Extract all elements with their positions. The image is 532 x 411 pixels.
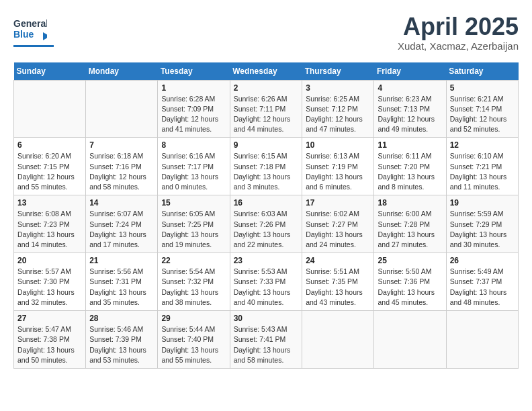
svg-marker-2: [43, 32, 47, 40]
day-number: 10: [306, 140, 370, 150]
day-cell-3-7: 19 Sunrise: 5:59 AMSunset: 7:29 PMDaylig…: [446, 195, 518, 253]
page-header: General Blue April 2025 Xudat, Xacmaz, A…: [13, 13, 519, 52]
month-title: April 2025: [398, 13, 519, 40]
day-cell-2-6: 11 Sunrise: 6:11 AMSunset: 7:20 PMDaylig…: [374, 138, 446, 195]
day-cell-3-1: 13 Sunrise: 6:08 AMSunset: 7:23 PMDaylig…: [14, 195, 86, 253]
day-cell-2-1: 6 Sunrise: 6:20 AMSunset: 7:15 PMDayligh…: [14, 138, 86, 195]
header-tuesday: Tuesday: [158, 62, 230, 81]
day-info: Sunrise: 5:44 AMSunset: 7:40 PMDaylight:…: [161, 324, 226, 365]
day-info: Sunrise: 6:08 AMSunset: 7:23 PMDaylight:…: [17, 209, 82, 250]
day-number: 13: [17, 198, 82, 208]
day-number: 14: [89, 198, 154, 208]
day-cell-1-1: [14, 80, 86, 138]
day-cell-3-2: 14 Sunrise: 6:07 AMSunset: 7:24 PMDaylig…: [86, 195, 158, 253]
day-number: 2: [234, 83, 299, 93]
day-info: Sunrise: 6:20 AMSunset: 7:15 PMDaylight:…: [17, 151, 82, 192]
day-number: 5: [450, 83, 515, 93]
svg-text:General: General: [13, 18, 47, 29]
day-number: 17: [306, 198, 370, 208]
day-info: Sunrise: 6:16 AMSunset: 7:17 PMDaylight:…: [161, 151, 226, 192]
day-cell-5-3: 29 Sunrise: 5:44 AMSunset: 7:40 PMDaylig…: [158, 311, 230, 369]
day-cell-1-5: 3 Sunrise: 6:25 AMSunset: 7:12 PMDayligh…: [302, 80, 374, 138]
day-cell-3-3: 15 Sunrise: 6:05 AMSunset: 7:25 PMDaylig…: [158, 195, 230, 253]
day-number: 18: [378, 198, 442, 208]
day-info: Sunrise: 6:02 AMSunset: 7:27 PMDaylight:…: [306, 209, 370, 250]
day-number: 23: [234, 256, 299, 265]
day-number: 6: [17, 140, 82, 150]
day-info: Sunrise: 5:57 AMSunset: 7:30 PMDaylight:…: [17, 267, 82, 308]
day-cell-4-6: 25 Sunrise: 5:50 AMSunset: 7:36 PMDaylig…: [374, 253, 446, 311]
day-number: 22: [161, 256, 226, 265]
day-number: 1: [161, 83, 226, 93]
week-row-1: 1 Sunrise: 6:28 AMSunset: 7:09 PMDayligh…: [14, 80, 519, 138]
day-cell-3-5: 17 Sunrise: 6:02 AMSunset: 7:27 PMDaylig…: [302, 195, 374, 253]
day-info: Sunrise: 6:11 AMSunset: 7:20 PMDaylight:…: [378, 151, 442, 192]
day-cell-5-1: 27 Sunrise: 5:47 AMSunset: 7:38 PMDaylig…: [14, 311, 86, 369]
day-info: Sunrise: 6:10 AMSunset: 7:21 PMDaylight:…: [450, 151, 515, 192]
day-cell-2-4: 9 Sunrise: 6:15 AMSunset: 7:18 PMDayligh…: [230, 138, 302, 195]
day-cell-1-3: 1 Sunrise: 6:28 AMSunset: 7:09 PMDayligh…: [158, 80, 230, 138]
day-cell-1-7: 5 Sunrise: 6:21 AMSunset: 7:14 PMDayligh…: [446, 80, 518, 138]
header-saturday: Saturday: [446, 62, 518, 81]
day-info: Sunrise: 6:26 AMSunset: 7:11 PMDaylight:…: [234, 94, 299, 135]
day-info: Sunrise: 6:05 AMSunset: 7:25 PMDaylight:…: [161, 209, 226, 250]
day-number: 26: [450, 256, 515, 265]
location-subtitle: Xudat, Xacmaz, Azerbaijan: [398, 40, 519, 52]
day-cell-5-5: [302, 311, 374, 369]
day-cell-2-7: 12 Sunrise: 6:10 AMSunset: 7:21 PMDaylig…: [446, 138, 518, 195]
day-number: 9: [234, 140, 299, 150]
day-info: Sunrise: 6:25 AMSunset: 7:12 PMDaylight:…: [306, 94, 370, 135]
day-cell-5-6: [374, 311, 446, 369]
week-row-5: 27 Sunrise: 5:47 AMSunset: 7:38 PMDaylig…: [14, 311, 519, 369]
header-wednesday: Wednesday: [230, 62, 302, 81]
day-info: Sunrise: 5:49 AMSunset: 7:37 PMDaylight:…: [450, 267, 515, 308]
calendar-table: Sunday Monday Tuesday Wednesday Thursday…: [13, 62, 519, 369]
day-info: Sunrise: 6:28 AMSunset: 7:09 PMDaylight:…: [161, 94, 226, 135]
title-block: April 2025 Xudat, Xacmaz, Azerbaijan: [398, 13, 519, 52]
day-cell-2-2: 7 Sunrise: 6:18 AMSunset: 7:16 PMDayligh…: [86, 138, 158, 195]
day-info: Sunrise: 5:43 AMSunset: 7:41 PMDaylight:…: [234, 324, 299, 365]
svg-text:Blue: Blue: [13, 29, 34, 40]
week-row-3: 13 Sunrise: 6:08 AMSunset: 7:23 PMDaylig…: [14, 195, 519, 253]
day-info: Sunrise: 5:50 AMSunset: 7:36 PMDaylight:…: [378, 267, 442, 308]
day-cell-4-1: 20 Sunrise: 5:57 AMSunset: 7:30 PMDaylig…: [14, 253, 86, 311]
day-cell-4-7: 26 Sunrise: 5:49 AMSunset: 7:37 PMDaylig…: [446, 253, 518, 311]
day-number: 15: [161, 198, 226, 208]
day-info: Sunrise: 5:47 AMSunset: 7:38 PMDaylight:…: [17, 324, 82, 365]
day-cell-4-5: 24 Sunrise: 5:51 AMSunset: 7:35 PMDaylig…: [302, 253, 374, 311]
day-info: Sunrise: 5:54 AMSunset: 7:32 PMDaylight:…: [161, 267, 226, 308]
day-number: 19: [450, 198, 515, 208]
day-number: 3: [306, 83, 370, 93]
day-cell-1-2: [86, 80, 158, 138]
day-cell-5-2: 28 Sunrise: 5:46 AMSunset: 7:39 PMDaylig…: [86, 311, 158, 369]
day-number: 16: [234, 198, 299, 208]
day-info: Sunrise: 5:51 AMSunset: 7:35 PMDaylight:…: [306, 267, 370, 308]
day-cell-1-4: 2 Sunrise: 6:26 AMSunset: 7:11 PMDayligh…: [230, 80, 302, 138]
header-friday: Friday: [374, 62, 446, 81]
day-number: 11: [378, 140, 442, 150]
day-info: Sunrise: 5:59 AMSunset: 7:29 PMDaylight:…: [450, 209, 515, 250]
day-info: Sunrise: 5:56 AMSunset: 7:31 PMDaylight:…: [89, 267, 154, 308]
header-monday: Monday: [86, 62, 158, 81]
day-cell-1-6: 4 Sunrise: 6:23 AMSunset: 7:13 PMDayligh…: [374, 80, 446, 138]
day-info: Sunrise: 6:15 AMSunset: 7:18 PMDaylight:…: [234, 151, 299, 192]
day-cell-3-4: 16 Sunrise: 6:03 AMSunset: 7:26 PMDaylig…: [230, 195, 302, 253]
day-number: 25: [378, 256, 442, 265]
day-number: 30: [234, 314, 299, 323]
day-info: Sunrise: 6:00 AMSunset: 7:28 PMDaylight:…: [378, 209, 442, 250]
day-cell-4-2: 21 Sunrise: 5:56 AMSunset: 7:31 PMDaylig…: [86, 253, 158, 311]
logo: General Blue: [13, 13, 54, 47]
day-number: 29: [161, 314, 226, 323]
day-info: Sunrise: 6:13 AMSunset: 7:19 PMDaylight:…: [306, 151, 370, 192]
day-number: 8: [161, 140, 226, 150]
day-info: Sunrise: 6:07 AMSunset: 7:24 PMDaylight:…: [89, 209, 154, 250]
day-number: 28: [89, 314, 154, 323]
day-number: 12: [450, 140, 515, 150]
day-cell-4-3: 22 Sunrise: 5:54 AMSunset: 7:32 PMDaylig…: [158, 253, 230, 311]
week-row-2: 6 Sunrise: 6:20 AMSunset: 7:15 PMDayligh…: [14, 138, 519, 195]
header-sunday: Sunday: [14, 62, 86, 81]
day-info: Sunrise: 5:46 AMSunset: 7:39 PMDaylight:…: [89, 324, 154, 365]
weekday-header-row: Sunday Monday Tuesday Wednesday Thursday…: [14, 62, 519, 81]
day-cell-3-6: 18 Sunrise: 6:00 AMSunset: 7:28 PMDaylig…: [374, 195, 446, 253]
day-info: Sunrise: 6:18 AMSunset: 7:16 PMDaylight:…: [89, 151, 154, 192]
